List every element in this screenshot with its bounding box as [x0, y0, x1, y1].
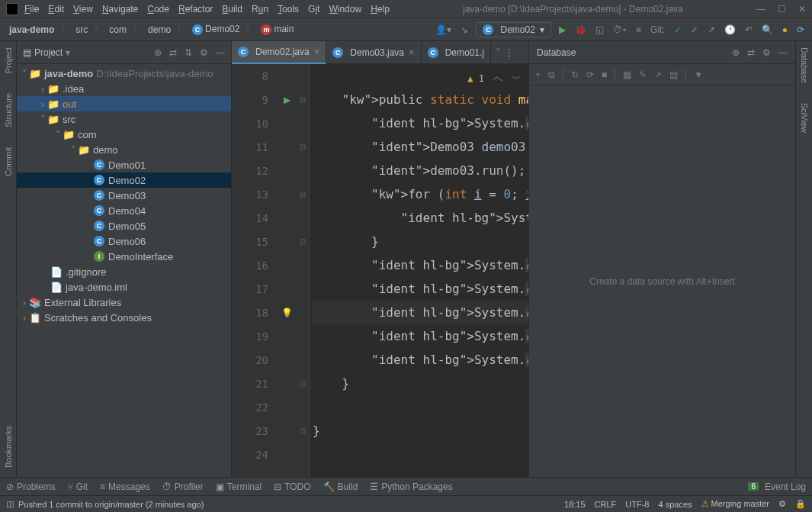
tool-commit[interactable]: Commit — [4, 144, 13, 179]
db-stop-icon[interactable]: ■ — [602, 69, 607, 80]
cursor-position[interactable]: 18:15 — [564, 500, 586, 509]
indent-config[interactable]: 4 spaces — [658, 500, 692, 509]
tool-profiler[interactable]: ⏱ Profiler — [162, 481, 204, 492]
tree-class-demo01[interactable]: C Demo01 — [17, 157, 231, 172]
tree-interface[interactable]: I DemoInterface — [17, 249, 231, 264]
menu-window[interactable]: Window — [329, 4, 361, 14]
run-config-selector[interactable]: C Demo02 ▾ — [476, 22, 550, 37]
bc-class[interactable]: CDemo02 — [189, 22, 242, 37]
db-collapse-icon[interactable]: ⇄ — [747, 47, 755, 58]
inspection-indicator[interactable]: ▲ 1 ヘ ﹀ — [467, 67, 521, 91]
menu-code[interactable]: Code — [147, 4, 169, 14]
maximize-button[interactable]: ☐ — [778, 4, 786, 14]
tool-python[interactable]: ☰ Python Packages — [370, 481, 452, 492]
minimize-button[interactable]: — — [756, 4, 765, 14]
file-encoding[interactable]: UTF-8 — [625, 500, 649, 509]
git-history-button[interactable]: 🕐 — [723, 23, 737, 37]
tree-external-libs[interactable]: › 📚 External Libraries — [17, 295, 231, 310]
db-table-icon[interactable]: ▦ — [623, 69, 631, 80]
prev-highlight-icon[interactable]: ヘ — [493, 67, 502, 91]
db-add-icon[interactable]: + — [535, 69, 541, 80]
db-refresh-icon[interactable]: ↻ — [571, 69, 579, 80]
project-tree[interactable]: ˅ 📁 java-demo D:\IdeaProjects\java-demo … — [17, 64, 231, 477]
panel-settings-icon[interactable]: ⚙ — [200, 47, 208, 58]
ide-tools-button[interactable]: ⟳ — [795, 23, 806, 37]
close-tab-icon[interactable]: × — [314, 46, 320, 57]
tool-project[interactable]: Project — [4, 44, 13, 76]
menu-git[interactable]: Git — [308, 4, 319, 14]
git-commit-button[interactable]: ✓ — [689, 23, 700, 37]
tree-class-demo06[interactable]: C Demo06 — [17, 233, 231, 249]
code-editor[interactable]: ▲ 1 ヘ ﹀ "kw">public static void main( "i… — [310, 64, 528, 477]
menu-refactor[interactable]: Refactor — [178, 4, 213, 14]
bc-method[interactable]: mmain — [258, 22, 297, 37]
expand-all-icon[interactable]: ⇄ — [169, 47, 177, 58]
tool-terminal[interactable]: ▣ Terminal — [216, 481, 262, 492]
db-duplicate-icon[interactable]: ⧉ — [548, 69, 555, 80]
line-separator[interactable]: CRLF — [595, 500, 617, 509]
tabs-dropdown-icon[interactable]: ˅ — [496, 47, 500, 58]
close-button[interactable]: ✕ — [798, 4, 806, 14]
build-button[interactable]: ↘ — [459, 23, 470, 37]
tree-out-folder[interactable]: › 📁 out — [17, 96, 231, 111]
git-push-button[interactable]: ↗ — [706, 23, 717, 37]
tool-git[interactable]: ⑂ Git — [68, 481, 88, 492]
bc-project[interactable]: java-demo — [6, 23, 57, 37]
tab-demo02[interactable]: C Demo02.java × — [232, 41, 326, 64]
collapse-all-icon[interactable]: ⇅ — [185, 47, 192, 58]
db-jump-icon[interactable]: ↗ — [654, 69, 662, 80]
tree-demo-package[interactable]: ˅ 📁 demo — [17, 142, 231, 157]
menu-edit[interactable]: Edit — [48, 4, 64, 14]
select-opened-file-icon[interactable]: ⊕ — [154, 47, 162, 58]
tool-problems[interactable]: ⊘ Problems — [6, 481, 56, 492]
close-tab-icon[interactable]: × — [409, 47, 415, 58]
db-edit-icon[interactable]: ✎ — [639, 69, 647, 80]
db-locate-icon[interactable]: ⊕ — [732, 47, 740, 58]
tree-idea-folder[interactable]: › 📁 .idea — [17, 81, 231, 96]
tab-demo01[interactable]: C Demo01.j — [422, 41, 491, 64]
db-hide-icon[interactable]: — — [778, 47, 788, 58]
tool-database[interactable]: Database — [800, 44, 809, 86]
tree-src-folder[interactable]: ˅ 📁 src — [17, 111, 231, 127]
project-view-dropdown[interactable]: ▾ — [66, 47, 70, 58]
tree-class-demo03[interactable]: C Demo03 — [17, 188, 231, 203]
tool-sciview[interactable]: SciView — [800, 100, 809, 136]
tree-project-root[interactable]: ˅ 📁 java-demo D:\IdeaProjects\java-demo — [17, 66, 231, 81]
user-icon[interactable]: 👤▾ — [434, 23, 453, 37]
menu-tools[interactable]: Tools — [278, 4, 299, 14]
next-highlight-icon[interactable]: ﹀ — [512, 67, 521, 91]
db-sync-icon[interactable]: ⟳ — [586, 69, 594, 80]
stop-button[interactable]: ■ — [634, 23, 643, 37]
tab-demo03[interactable]: C Demo03.java × — [326, 41, 421, 64]
tree-com-package[interactable]: ˅ 📁 com — [17, 127, 231, 142]
tool-todo[interactable]: ⊟ TODO — [274, 481, 310, 492]
tabs-more-icon[interactable]: ⋮ — [505, 47, 514, 58]
tool-messages[interactable]: ≡ Messages — [100, 481, 150, 492]
menu-file[interactable]: File — [24, 4, 39, 14]
tree-class-demo05[interactable]: C Demo05 — [17, 218, 231, 233]
panel-hide-icon[interactable]: — — [216, 47, 225, 58]
menu-navigate[interactable]: Navigate — [102, 4, 138, 14]
menu-help[interactable]: Help — [371, 4, 390, 14]
git-pull-button[interactable]: ✓ — [672, 23, 683, 37]
db-filter-icon[interactable]: ▼ — [694, 69, 703, 80]
menu-build[interactable]: Build — [222, 4, 242, 14]
db-settings-icon[interactable]: ⚙ — [762, 47, 771, 58]
memory-indicator-icon[interactable]: ⚙ — [778, 499, 786, 509]
tool-structure[interactable]: Structure — [4, 90, 13, 130]
lock-icon[interactable]: 🔒 — [795, 499, 806, 509]
coverage-button[interactable]: ◱ — [594, 23, 605, 37]
profiler-button[interactable]: ⏱▾ — [611, 23, 628, 37]
tree-class-demo04[interactable]: C Demo04 — [17, 203, 231, 218]
tool-event-log[interactable]: Event Log — [765, 481, 806, 492]
debug-button[interactable]: 🐞 — [573, 23, 588, 37]
db-console-icon[interactable]: ▤ — [669, 69, 678, 80]
tool-bookmarks[interactable]: Bookmarks — [4, 423, 13, 471]
ide-settings-button[interactable]: ● — [781, 23, 789, 37]
menu-run[interactable]: Run — [252, 4, 268, 14]
bc-demo[interactable]: demo — [145, 23, 174, 37]
tool-build[interactable]: 🔨 Build — [323, 481, 358, 492]
git-branch-indicator[interactable]: ⚠ Merging master — [701, 499, 769, 509]
bc-com[interactable]: com — [106, 23, 130, 37]
menu-view[interactable]: View — [73, 4, 93, 14]
